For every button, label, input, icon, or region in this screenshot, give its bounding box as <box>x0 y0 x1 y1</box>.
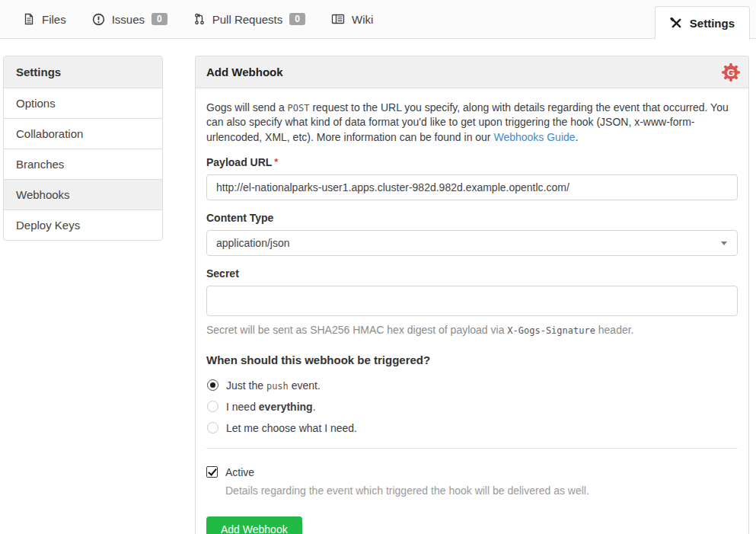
pull-requests-count-badge: 0 <box>289 13 305 25</box>
radio-push-text-1: Just the <box>226 379 266 392</box>
panel-body: Gogs will send a POST request to the URL… <box>196 88 748 534</box>
pull-request-icon <box>193 13 206 25</box>
radio-option-everything[interactable]: I need everything. <box>207 401 738 413</box>
active-help-text: Details regarding the event which trigge… <box>225 484 738 497</box>
wiki-icon <box>331 13 345 25</box>
radio-everything-text-1: I need <box>226 401 259 413</box>
payload-url-input[interactable] <box>206 174 738 200</box>
radio-option-push[interactable]: Just the push event. <box>207 379 738 392</box>
signature-header-code: X-Gogs-Signature <box>507 325 595 336</box>
radio-option-choose[interactable]: Let me choose what I need. <box>207 422 738 434</box>
post-code-text: POST <box>288 103 310 114</box>
content-type-select[interactable]: application/json <box>206 230 738 256</box>
sidebar-item-deploy-keys[interactable]: Deploy Keys <box>4 210 162 240</box>
add-webhook-panel: Add Webhook G <box>195 56 749 534</box>
tab-settings[interactable]: Settings <box>655 6 750 40</box>
content-type-selected-value: application/json <box>216 237 290 249</box>
secret-help-1: Secret will be sent as SHA256 HMAC hex d… <box>206 324 507 336</box>
sidebar-item-webhooks[interactable]: Webhooks <box>4 180 162 210</box>
secret-label: Secret <box>206 267 738 280</box>
secret-input[interactable] <box>206 286 738 316</box>
active-checkbox[interactable] <box>206 466 218 478</box>
tab-files[interactable]: Files <box>14 0 83 38</box>
panel-title: Add Webhook <box>206 66 283 78</box>
radio-push-text-2: event. <box>289 379 321 392</box>
payload-url-label-text: Payload URL <box>206 156 272 168</box>
svg-text:G: G <box>727 66 735 78</box>
radio-button-everything[interactable] <box>207 401 219 412</box>
chevron-down-icon <box>721 241 727 245</box>
sidebar-item-options[interactable]: Options <box>4 88 162 119</box>
radio-button-push[interactable] <box>207 379 219 391</box>
intro-text-1: Gogs will send a <box>206 101 288 114</box>
issues-count-badge: 0 <box>152 13 167 25</box>
everything-bold-text: everything <box>259 401 313 413</box>
radio-push-label: Just the push event. <box>226 379 321 392</box>
webhook-intro-text: Gogs will send a POST request to the URL… <box>206 101 738 145</box>
tab-settings-label: Settings <box>690 17 735 30</box>
active-checkbox-row[interactable]: Active <box>206 466 738 478</box>
section-divider <box>206 448 738 449</box>
tools-icon <box>670 17 683 30</box>
file-icon <box>23 13 35 25</box>
settings-layout: Settings Options Collaboration Branches … <box>3 56 749 534</box>
add-webhook-button[interactable]: Add Webhook <box>206 516 302 534</box>
push-code-text: push <box>266 381 289 392</box>
tab-wiki[interactable]: Wiki <box>322 0 390 38</box>
radio-choose-label: Let me choose what I need. <box>226 422 357 434</box>
tab-pull-requests-label: Pull Requests <box>212 13 283 26</box>
intro-text-3: . <box>576 131 579 143</box>
payload-url-label: Payload URL* <box>206 156 738 168</box>
trigger-heading: When should this webhook be triggered? <box>206 353 738 366</box>
tab-wiki-label: Wiki <box>352 13 373 26</box>
active-label: Active <box>225 466 254 478</box>
radio-everything-label: I need everything. <box>226 401 316 413</box>
repo-tab-bar: Files Issues 0 Pull Requests 0 Wiki Sett… <box>0 0 756 39</box>
issue-icon <box>92 13 105 26</box>
tab-files-label: Files <box>42 13 66 26</box>
gogs-gear-icon: G <box>721 62 741 82</box>
tab-issues[interactable]: Issues 0 <box>83 0 184 38</box>
secret-help-text: Secret will be sent as SHA256 HMAC hex d… <box>206 324 738 336</box>
tab-issues-label: Issues <box>112 13 145 26</box>
webhooks-guide-link[interactable]: Webhooks Guide <box>493 131 575 143</box>
tab-pull-requests[interactable]: Pull Requests 0 <box>184 0 322 38</box>
sidebar-item-branches[interactable]: Branches <box>4 149 162 180</box>
radio-button-choose[interactable] <box>207 422 219 433</box>
sidebar-header: Settings <box>4 56 162 88</box>
settings-sidebar: Settings Options Collaboration Branches … <box>3 56 163 241</box>
panel-header: Add Webhook G <box>196 56 748 88</box>
content-type-label: Content Type <box>206 212 738 224</box>
required-asterisk: * <box>274 156 278 168</box>
sidebar-item-collaboration[interactable]: Collaboration <box>4 119 162 149</box>
secret-help-2: header. <box>595 324 634 336</box>
radio-everything-text-2: . <box>313 401 316 413</box>
